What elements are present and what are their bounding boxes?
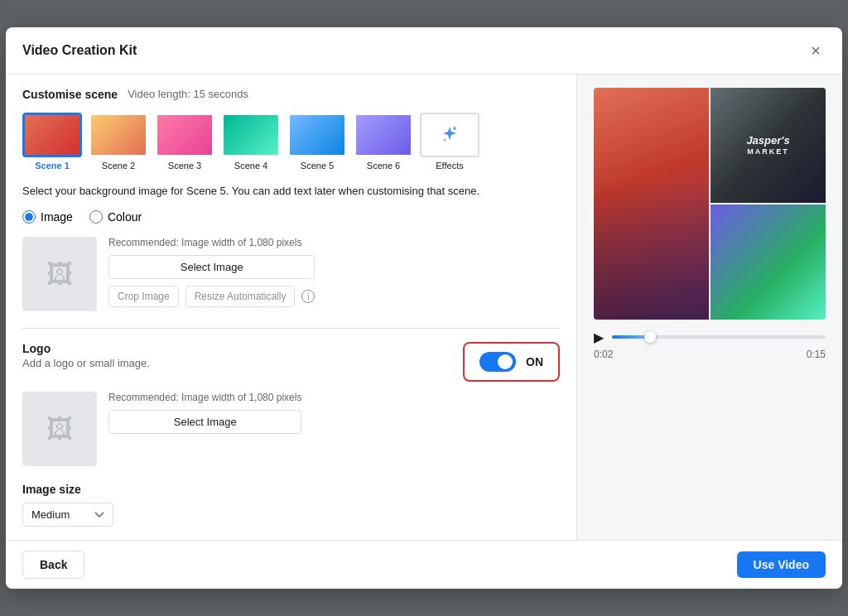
- modal-body: Customise scene Video length: 15 seconds…: [6, 75, 842, 540]
- radio-image-label[interactable]: Image: [22, 210, 73, 224]
- radio-image-input[interactable]: [22, 210, 36, 224]
- logo-image-controls: Recommended: Image width of 1,080 pixels…: [108, 392, 301, 434]
- bg-recommended-text: Recommended: Image width of 1,080 pixels: [108, 237, 315, 248]
- radio-colour-label[interactable]: Colour: [89, 210, 142, 224]
- preview-cell-large: [594, 88, 709, 320]
- toggle-slider: [479, 352, 516, 372]
- scene-thumb-4: [221, 113, 281, 157]
- image-size-label: Image size: [22, 483, 560, 496]
- radio-group: Image Colour: [22, 210, 560, 224]
- scene-thumb-1: [22, 113, 82, 157]
- svg-point-0: [453, 127, 456, 130]
- scene-thumb-5: [287, 113, 347, 157]
- scene-item-3[interactable]: Scene 3: [155, 113, 214, 171]
- scene-item-4[interactable]: Scene 4: [221, 113, 281, 171]
- logo-recommended-text: Recommended: Image width of 1,080 pixels: [108, 392, 301, 403]
- scene-item-6[interactable]: Scene 6: [354, 113, 413, 171]
- preview-grid: Jasper's MARKET: [594, 88, 826, 320]
- customise-scene-heading: Customise scene: [22, 88, 118, 101]
- logo-image-section: 🖼 Recommended: Image width of 1,080 pixe…: [22, 392, 560, 466]
- scene-thumb-3: [155, 113, 214, 157]
- scene-4-image: [224, 115, 278, 155]
- svg-point-1: [444, 138, 446, 141]
- scene-item-2[interactable]: Scene 2: [89, 113, 148, 171]
- crop-row: Crop Image Resize Automatically i: [108, 286, 315, 307]
- logo-placeholder-icon: 🖼: [46, 414, 73, 445]
- crop-image-button[interactable]: Crop Image: [108, 286, 179, 307]
- image-placeholder-icon: 🖼: [46, 259, 73, 290]
- play-button[interactable]: ▶: [594, 330, 604, 345]
- scene-3-image: [157, 115, 212, 155]
- logo-toggle-container: ON: [463, 342, 560, 382]
- scene-6-image: [356, 115, 411, 155]
- modal-footer: Back Use Video: [6, 540, 842, 589]
- progress-thumb: [644, 331, 656, 343]
- left-panel: Customise scene Video length: 15 seconds…: [6, 75, 577, 540]
- radio-colour-input[interactable]: [89, 210, 103, 224]
- logo-image-placeholder: 🖼: [22, 392, 97, 466]
- scene-3-label: Scene 3: [168, 161, 201, 171]
- use-video-button[interactable]: Use Video: [737, 551, 826, 578]
- select-image-button-2[interactable]: Select Image: [108, 410, 301, 434]
- image-size-select[interactable]: Small Medium Large: [22, 503, 113, 527]
- logo-title: Logo: [22, 342, 150, 355]
- effects-icon: [438, 123, 461, 147]
- time-total: 0:15: [807, 349, 826, 360]
- time-row: 0:02 0:15: [594, 349, 826, 360]
- scene-header: Customise scene Video length: 15 seconds: [22, 88, 560, 101]
- scene-4-label: Scene 4: [234, 161, 267, 171]
- modal-overlay: Video Creation Kit × Customise scene Vid…: [0, 0, 848, 616]
- video-controls: ▶: [594, 330, 826, 345]
- scene-1-label: Scene 1: [35, 161, 70, 171]
- scene-1-image: [25, 115, 80, 155]
- bg-image-placeholder: 🖼: [22, 237, 97, 311]
- resize-auto-button[interactable]: Resize Automatically: [186, 286, 296, 307]
- time-current: 0:02: [594, 349, 613, 360]
- background-image-section: 🖼 Recommended: Image width of 1,080 pixe…: [22, 237, 560, 311]
- modal-header: Video Creation Kit ×: [6, 27, 842, 75]
- bg-image-controls: Recommended: Image width of 1,080 pixels…: [108, 237, 315, 307]
- scene-item-effects[interactable]: Effects: [420, 113, 479, 171]
- back-button[interactable]: Back: [22, 551, 84, 579]
- effects-label: Effects: [436, 161, 463, 171]
- video-length-text: Video length: 15 seconds: [128, 88, 248, 100]
- scene-item-1[interactable]: Scene 1: [22, 113, 82, 171]
- radio-image-text: Image: [41, 210, 73, 224]
- toggle-on-label: ON: [526, 355, 543, 368]
- logo-subtitle: Add a logo or small image.: [22, 357, 150, 369]
- scene-5-image: [290, 115, 344, 155]
- section-divider: [22, 328, 560, 329]
- preview-cell-bottom-right: [711, 205, 826, 320]
- select-image-button-1[interactable]: Select Image: [108, 255, 315, 279]
- scene-6-label: Scene 6: [367, 161, 400, 171]
- logo-section-header: Logo Add a logo or small image. ON: [22, 342, 560, 382]
- logo-title-group: Logo Add a logo or small image.: [22, 342, 150, 369]
- scene-5-label: Scene 5: [301, 161, 334, 171]
- image-size-section: Image size Small Medium Large: [22, 483, 560, 527]
- scene-info-text: Select your background image for Scene 5…: [22, 184, 560, 199]
- right-panel: Jasper's MARKET ▶: [577, 75, 842, 540]
- scene-thumb-6: [354, 113, 413, 157]
- scene-thumb-2: [89, 113, 148, 157]
- progress-bar[interactable]: [612, 335, 826, 339]
- video-creation-modal: Video Creation Kit × Customise scene Vid…: [6, 27, 842, 589]
- radio-colour-text: Colour: [108, 210, 142, 224]
- close-button[interactable]: ×: [806, 41, 826, 60]
- scenes-strip: Scene 1 Scene 2 Scene 3: [22, 113, 560, 171]
- info-icon[interactable]: i: [301, 290, 315, 303]
- scene-2-image: [91, 115, 146, 155]
- scene-thumb-effects: [420, 113, 479, 157]
- logo-toggle-switch[interactable]: [479, 352, 516, 372]
- preview-cell-top-right: Jasper's MARKET: [711, 88, 826, 203]
- scene-2-label: Scene 2: [102, 161, 135, 171]
- scene-item-5[interactable]: Scene 5: [287, 113, 347, 171]
- modal-title: Video Creation Kit: [22, 43, 137, 58]
